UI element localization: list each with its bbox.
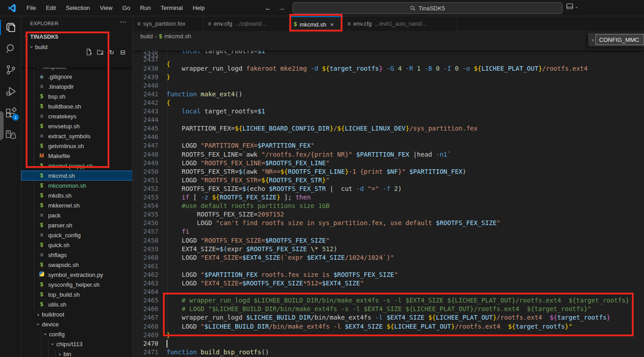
tree-file-sysconfig-helper-sh[interactable]: $sysconfig_helper.sh [21,280,133,289]
code-line: 2439} [133,73,644,81]
tree-folder-device[interactable]: ›device [21,319,133,329]
chevron-right-icon: › [35,311,42,318]
shell-file-icon: $ [38,262,45,268]
menu-file[interactable]: File [22,0,41,16]
chevron-right-icon: › [35,68,42,70]
screen-edge-handle[interactable] [0,111,4,140]
shell-file-icon: $ [38,93,45,99]
tab-sys-partition-fex[interactable]: ≡sys_partition.fex [133,16,203,31]
breadcrumb-folder[interactable]: build [140,33,153,40]
explorer-icon[interactable] [5,22,17,33]
code-line: 2466 # LOGD "$LICHEE_BUILD_DIR/bin/make_… [133,305,644,313]
tree-file-parser-sh[interactable]: $parser.sh [21,220,133,230]
shell-file-icon: $ [159,33,162,40]
menu-terminal[interactable]: Terminal [156,0,188,16]
tree-file-quick-sh[interactable]: $quick.sh [21,240,133,250]
menu-view[interactable]: View [95,0,117,16]
code-text: function make_ext4() [167,90,243,99]
forward-icon[interactable]: → [278,4,285,12]
shell-file-icon: $ [38,291,45,298]
tree-file-mkcommon-sh[interactable]: $mkcommon.sh [21,181,133,190]
layout-toggle-button[interactable]: ⌄ [566,3,578,10]
tree-file-mkdts-sh[interactable]: $mkdts.sh [21,190,133,200]
more-actions-icon[interactable]: ⋯ [120,18,126,26]
tab-env-cfg[interactable]: ≡env.cfg.../zqboard/... [203,16,289,31]
breadcrumb-file[interactable]: mkcmd.sh [164,33,191,40]
run-debug-icon[interactable] [5,86,17,97]
close-icon[interactable]: × [330,21,334,28]
source-control-icon[interactable] [5,64,17,76]
tree-folder-config[interactable]: ›config [21,329,133,339]
menu-selection[interactable]: Selection [61,0,95,16]
breadcrumb-separator: › [155,33,157,40]
tab-mkcmd-sh[interactable]: $mkcmd.sh× [289,16,343,32]
tree-file-envsetup-sh[interactable]: $envsetup.sh [21,121,133,131]
code-text: if [ -z ${ROOTFS_FEX_SIZE} ]; then [167,193,311,202]
tree-file-mkcmd-sh[interactable]: $mkcmd.sh [21,171,133,181]
code-editor[interactable]: 2436 local target_rootfs=$124372438 wrap… [133,41,644,357]
tree-file-extract-symbols[interactable]: ≡extract_symbols [21,131,133,141]
tree-item-label: buildbase.sh [48,103,81,110]
tree-file-quick-config[interactable]: ≡quick_config [21,230,133,240]
remote-linux-icon[interactable] [5,129,17,140]
tree-folder-chips-t113[interactable]: ›chips/t113 [21,339,133,349]
code-text: function build_bsp_rootfs() [167,348,269,357]
tree-file-swapsdc-sh[interactable]: $swapsdc.sh [21,260,133,270]
find-input[interactable]: CONFIG_MMC [595,34,644,45]
tree-item-label: mkdts.sh [48,192,72,199]
line-number: 2443 [133,107,158,116]
back-icon[interactable]: ← [265,4,272,12]
shell-file-icon: $ [38,123,45,129]
code-line: 2471function build_bsp_rootfs() [133,348,644,357]
code-text: } [167,331,170,339]
tree-file-mkcmd-copy-sh[interactable]: $mkcmd (copy).sh [21,161,133,171]
explorer-tree: ›swupdate◆.gitignore≡.tinatopdir$bsp.sh$… [21,68,133,357]
find-widget[interactable]: › CONFIG_MMC [588,33,644,46]
layout-panel-icon [566,3,573,10]
toggle-replace-chevron-icon[interactable]: › [592,36,594,43]
tree-file-shflags[interactable]: ≡shflags [21,250,133,260]
tree-folder-swupdate[interactable]: ›swupdate [21,68,133,72]
menu-run[interactable]: Run [135,0,156,16]
tree-file--gitignore[interactable]: ◆.gitignore [21,72,133,81]
menu-go[interactable]: Go [117,0,135,16]
tree-item-label: .tinatopdir [48,83,74,90]
line-number: 2444 [133,116,158,124]
tree-file-getvmlinux-sh[interactable]: $getvmlinux.sh [21,141,133,151]
tree-folder-build[interactable]: › build [21,42,133,52]
extensions-icon[interactable]: 1 [5,107,17,119]
code-text: wrapper_run_logd fakeroot mke2img -d ${t… [167,64,588,73]
tree-file-utils-sh[interactable]: $utils.sh [21,299,133,309]
tree-item-label: mkcmd (copy).sh [48,163,93,169]
code-line: 2447 LOGD "PARTITION_FEX=$PARTITION_FEX" [133,141,644,150]
code-line: 2443 local target_rootfs=$1 [133,107,644,116]
breadcrumb[interactable]: build › $ mkcmd.sh [133,31,644,41]
active-indicator [0,20,1,35]
explorer-header: EXPLORER ⋯ [21,16,133,32]
code-text: LOGD "EXT4_SIZE=$ROOTFS_FEX_SIZE*512=$EX… [167,279,364,288]
tree-folder-buildroot[interactable]: ›buildroot [21,309,133,319]
tree-file-buildbase-sh[interactable]: $buildbase.sh [21,101,133,111]
tree-root-tinasdk5[interactable]: › TINASDK5 [21,32,133,42]
tree-file-pack[interactable]: ≡pack [21,210,133,220]
tree-file-top-build-sh[interactable]: $top_build.sh [21,289,133,299]
tree-file-makefile[interactable]: MMakefile [21,151,133,161]
menu-help[interactable]: Help [188,0,210,16]
file-file-icon: ≡ [38,113,45,119]
tree-folder-bin[interactable]: ›bin [21,349,133,357]
tab-bar: ≡sys_partition.fex≡env.cfg.../zqboard/..… [133,16,644,31]
tree-file-bsp-sh[interactable]: $bsp.sh [21,91,133,101]
tree-file-symbol-extraction-py[interactable]: symbol_extraction.py [21,270,133,280]
tree-item-label: mkkernel.sh [48,202,80,209]
search-icon[interactable] [5,43,17,54]
tree-file-createkeys[interactable]: ≡createkeys [21,111,133,121]
vscode-window: FileEditSelectionViewGoRunTerminalHelp ←… [0,0,644,357]
line-number: 2471 [133,348,158,357]
tree-file--tinatopdir[interactable]: ≡.tinatopdir [21,81,133,91]
command-center-search[interactable]: TinaSDK5 [293,2,563,14]
code-line: 2460 LOGD "EXT4_SIZE=$EXT4_SIZE(`expr $E… [133,253,644,262]
tab-env-cfg[interactable]: ≡env.cfg.../evb1_auto_nand/... [343,16,456,31]
line-number: 2445 [133,124,158,133]
menu-edit[interactable]: Edit [41,0,61,16]
tree-file-mkkernel-sh[interactable]: $mkkernel.sh [21,200,133,210]
